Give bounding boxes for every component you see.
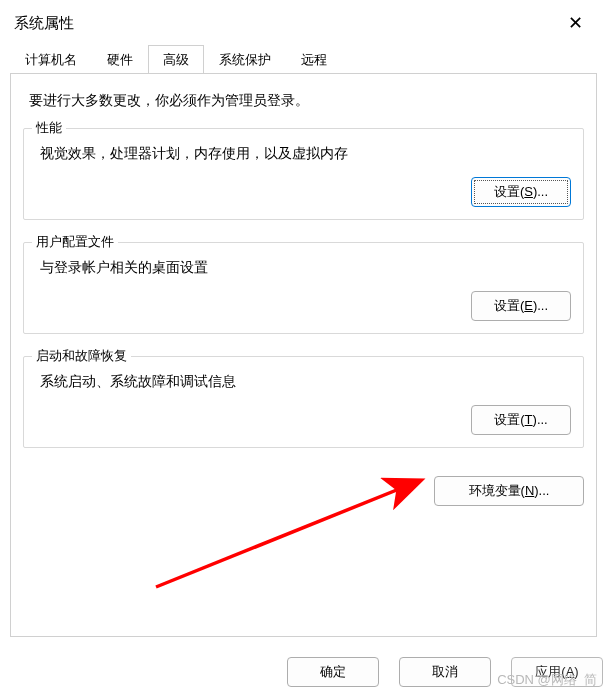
tab-computer-name[interactable]: 计算机名 bbox=[10, 45, 92, 74]
env-variables-row: 环境变量(N)... bbox=[23, 476, 584, 506]
tab-strip: 计算机名 硬件 高级 系统保护 远程 bbox=[0, 44, 607, 73]
performance-legend: 性能 bbox=[32, 119, 66, 137]
performance-group: 性能 视觉效果，处理器计划，内存使用，以及虚拟内存 设置(S)... bbox=[23, 128, 584, 220]
performance-settings-button[interactable]: 设置(S)... bbox=[471, 177, 571, 207]
performance-button-row: 设置(S)... bbox=[36, 177, 571, 207]
user-profiles-legend: 用户配置文件 bbox=[32, 233, 118, 251]
window-title: 系统属性 bbox=[14, 14, 74, 33]
tab-system-protection[interactable]: 系统保护 bbox=[204, 45, 286, 74]
close-button[interactable]: ✕ bbox=[558, 10, 593, 36]
tab-remote[interactable]: 远程 bbox=[286, 45, 342, 74]
user-profiles-desc: 与登录帐户相关的桌面设置 bbox=[40, 259, 571, 277]
startup-recovery-settings-button[interactable]: 设置(T)... bbox=[471, 405, 571, 435]
title-bar: 系统属性 ✕ bbox=[0, 0, 607, 44]
watermark: CSDN @网络_简 bbox=[497, 671, 597, 689]
advanced-panel: 要进行大多数更改，你必须作为管理员登录。 性能 视觉效果，处理器计划，内存使用，… bbox=[10, 73, 597, 637]
user-profiles-settings-button[interactable]: 设置(E)... bbox=[471, 291, 571, 321]
startup-recovery-group: 启动和故障恢复 系统启动、系统故障和调试信息 设置(T)... bbox=[23, 356, 584, 448]
tab-hardware[interactable]: 硬件 bbox=[92, 45, 148, 74]
ok-button[interactable]: 确定 bbox=[287, 657, 379, 687]
performance-desc: 视觉效果，处理器计划，内存使用，以及虚拟内存 bbox=[40, 145, 571, 163]
user-profiles-group: 用户配置文件 与登录帐户相关的桌面设置 设置(E)... bbox=[23, 242, 584, 334]
user-profiles-button-row: 设置(E)... bbox=[36, 291, 571, 321]
admin-note: 要进行大多数更改，你必须作为管理员登录。 bbox=[29, 92, 578, 110]
startup-recovery-button-row: 设置(T)... bbox=[36, 405, 571, 435]
environment-variables-button[interactable]: 环境变量(N)... bbox=[434, 476, 584, 506]
startup-recovery-legend: 启动和故障恢复 bbox=[32, 347, 131, 365]
cancel-button[interactable]: 取消 bbox=[399, 657, 491, 687]
startup-recovery-desc: 系统启动、系统故障和调试信息 bbox=[40, 373, 571, 391]
tab-advanced[interactable]: 高级 bbox=[148, 45, 204, 74]
